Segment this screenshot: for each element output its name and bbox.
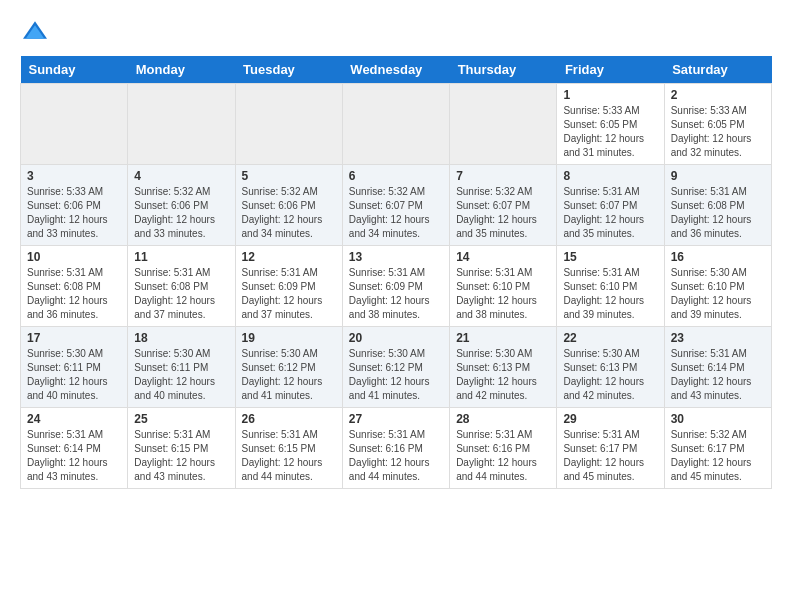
calendar-cell: 7Sunrise: 5:32 AM Sunset: 6:07 PM Daylig…	[450, 165, 557, 246]
day-number: 13	[349, 250, 443, 264]
calendar-cell: 26Sunrise: 5:31 AM Sunset: 6:15 PM Dayli…	[235, 408, 342, 489]
day-number: 20	[349, 331, 443, 345]
day-number: 11	[134, 250, 228, 264]
day-info: Sunrise: 5:33 AM Sunset: 6:05 PM Dayligh…	[563, 104, 657, 160]
day-number: 8	[563, 169, 657, 183]
day-number: 19	[242, 331, 336, 345]
day-number: 14	[456, 250, 550, 264]
day-info: Sunrise: 5:30 AM Sunset: 6:13 PM Dayligh…	[563, 347, 657, 403]
logo	[20, 20, 54, 40]
day-info: Sunrise: 5:31 AM Sunset: 6:15 PM Dayligh…	[134, 428, 228, 484]
header-day: Tuesday	[235, 56, 342, 84]
calendar-cell: 16Sunrise: 5:30 AM Sunset: 6:10 PM Dayli…	[664, 246, 771, 327]
calendar-cell: 17Sunrise: 5:30 AM Sunset: 6:11 PM Dayli…	[21, 327, 128, 408]
day-number: 26	[242, 412, 336, 426]
day-info: Sunrise: 5:32 AM Sunset: 6:06 PM Dayligh…	[242, 185, 336, 241]
calendar-week-row: 10Sunrise: 5:31 AM Sunset: 6:08 PM Dayli…	[21, 246, 772, 327]
day-info: Sunrise: 5:30 AM Sunset: 6:10 PM Dayligh…	[671, 266, 765, 322]
day-info: Sunrise: 5:32 AM Sunset: 6:06 PM Dayligh…	[134, 185, 228, 241]
day-number: 1	[563, 88, 657, 102]
calendar-cell: 29Sunrise: 5:31 AM Sunset: 6:17 PM Dayli…	[557, 408, 664, 489]
calendar-week-row: 1Sunrise: 5:33 AM Sunset: 6:05 PM Daylig…	[21, 84, 772, 165]
calendar-cell: 1Sunrise: 5:33 AM Sunset: 6:05 PM Daylig…	[557, 84, 664, 165]
calendar-cell: 14Sunrise: 5:31 AM Sunset: 6:10 PM Dayli…	[450, 246, 557, 327]
day-info: Sunrise: 5:31 AM Sunset: 6:08 PM Dayligh…	[27, 266, 121, 322]
day-info: Sunrise: 5:31 AM Sunset: 6:07 PM Dayligh…	[563, 185, 657, 241]
calendar-cell: 30Sunrise: 5:32 AM Sunset: 6:17 PM Dayli…	[664, 408, 771, 489]
calendar-week-row: 24Sunrise: 5:31 AM Sunset: 6:14 PM Dayli…	[21, 408, 772, 489]
day-info: Sunrise: 5:31 AM Sunset: 6:08 PM Dayligh…	[671, 185, 765, 241]
day-info: Sunrise: 5:31 AM Sunset: 6:09 PM Dayligh…	[349, 266, 443, 322]
day-number: 10	[27, 250, 121, 264]
day-number: 3	[27, 169, 121, 183]
day-info: Sunrise: 5:31 AM Sunset: 6:10 PM Dayligh…	[563, 266, 657, 322]
calendar-cell: 2Sunrise: 5:33 AM Sunset: 6:05 PM Daylig…	[664, 84, 771, 165]
day-info: Sunrise: 5:32 AM Sunset: 6:07 PM Dayligh…	[456, 185, 550, 241]
logo-icon	[20, 20, 50, 40]
day-number: 2	[671, 88, 765, 102]
header-day: Friday	[557, 56, 664, 84]
day-info: Sunrise: 5:31 AM Sunset: 6:14 PM Dayligh…	[671, 347, 765, 403]
calendar-cell: 24Sunrise: 5:31 AM Sunset: 6:14 PM Dayli…	[21, 408, 128, 489]
day-info: Sunrise: 5:31 AM Sunset: 6:14 PM Dayligh…	[27, 428, 121, 484]
calendar-cell: 8Sunrise: 5:31 AM Sunset: 6:07 PM Daylig…	[557, 165, 664, 246]
day-info: Sunrise: 5:31 AM Sunset: 6:16 PM Dayligh…	[349, 428, 443, 484]
calendar-cell: 15Sunrise: 5:31 AM Sunset: 6:10 PM Dayli…	[557, 246, 664, 327]
calendar-cell: 22Sunrise: 5:30 AM Sunset: 6:13 PM Dayli…	[557, 327, 664, 408]
calendar-cell: 20Sunrise: 5:30 AM Sunset: 6:12 PM Dayli…	[342, 327, 449, 408]
calendar-table: SundayMondayTuesdayWednesdayThursdayFrid…	[20, 56, 772, 489]
day-info: Sunrise: 5:30 AM Sunset: 6:12 PM Dayligh…	[349, 347, 443, 403]
header-day: Thursday	[450, 56, 557, 84]
day-number: 22	[563, 331, 657, 345]
header-day: Wednesday	[342, 56, 449, 84]
day-info: Sunrise: 5:32 AM Sunset: 6:17 PM Dayligh…	[671, 428, 765, 484]
calendar-cell: 21Sunrise: 5:30 AM Sunset: 6:13 PM Dayli…	[450, 327, 557, 408]
calendar-cell: 19Sunrise: 5:30 AM Sunset: 6:12 PM Dayli…	[235, 327, 342, 408]
page-header	[20, 20, 772, 40]
day-number: 6	[349, 169, 443, 183]
day-number: 21	[456, 331, 550, 345]
day-number: 17	[27, 331, 121, 345]
calendar-cell: 12Sunrise: 5:31 AM Sunset: 6:09 PM Dayli…	[235, 246, 342, 327]
day-number: 30	[671, 412, 765, 426]
day-number: 18	[134, 331, 228, 345]
day-info: Sunrise: 5:30 AM Sunset: 6:11 PM Dayligh…	[27, 347, 121, 403]
calendar-cell: 9Sunrise: 5:31 AM Sunset: 6:08 PM Daylig…	[664, 165, 771, 246]
day-number: 15	[563, 250, 657, 264]
header-day: Saturday	[664, 56, 771, 84]
calendar-cell: 23Sunrise: 5:31 AM Sunset: 6:14 PM Dayli…	[664, 327, 771, 408]
day-info: Sunrise: 5:31 AM Sunset: 6:08 PM Dayligh…	[134, 266, 228, 322]
day-number: 12	[242, 250, 336, 264]
day-number: 7	[456, 169, 550, 183]
day-info: Sunrise: 5:33 AM Sunset: 6:05 PM Dayligh…	[671, 104, 765, 160]
calendar-cell: 18Sunrise: 5:30 AM Sunset: 6:11 PM Dayli…	[128, 327, 235, 408]
calendar-cell: 3Sunrise: 5:33 AM Sunset: 6:06 PM Daylig…	[21, 165, 128, 246]
day-info: Sunrise: 5:30 AM Sunset: 6:13 PM Dayligh…	[456, 347, 550, 403]
calendar-cell: 27Sunrise: 5:31 AM Sunset: 6:16 PM Dayli…	[342, 408, 449, 489]
day-number: 23	[671, 331, 765, 345]
calendar-cell: 10Sunrise: 5:31 AM Sunset: 6:08 PM Dayli…	[21, 246, 128, 327]
calendar-cell: 28Sunrise: 5:31 AM Sunset: 6:16 PM Dayli…	[450, 408, 557, 489]
day-number: 27	[349, 412, 443, 426]
header-day: Monday	[128, 56, 235, 84]
day-info: Sunrise: 5:31 AM Sunset: 6:10 PM Dayligh…	[456, 266, 550, 322]
calendar-week-row: 17Sunrise: 5:30 AM Sunset: 6:11 PM Dayli…	[21, 327, 772, 408]
calendar-cell: 25Sunrise: 5:31 AM Sunset: 6:15 PM Dayli…	[128, 408, 235, 489]
calendar-cell	[128, 84, 235, 165]
day-info: Sunrise: 5:31 AM Sunset: 6:16 PM Dayligh…	[456, 428, 550, 484]
day-info: Sunrise: 5:31 AM Sunset: 6:09 PM Dayligh…	[242, 266, 336, 322]
day-number: 4	[134, 169, 228, 183]
calendar-cell: 13Sunrise: 5:31 AM Sunset: 6:09 PM Dayli…	[342, 246, 449, 327]
day-info: Sunrise: 5:32 AM Sunset: 6:07 PM Dayligh…	[349, 185, 443, 241]
calendar-cell	[342, 84, 449, 165]
day-number: 28	[456, 412, 550, 426]
day-number: 29	[563, 412, 657, 426]
calendar-cell	[235, 84, 342, 165]
day-number: 9	[671, 169, 765, 183]
day-info: Sunrise: 5:30 AM Sunset: 6:11 PM Dayligh…	[134, 347, 228, 403]
calendar-cell: 11Sunrise: 5:31 AM Sunset: 6:08 PM Dayli…	[128, 246, 235, 327]
calendar-week-row: 3Sunrise: 5:33 AM Sunset: 6:06 PM Daylig…	[21, 165, 772, 246]
header-day: Sunday	[21, 56, 128, 84]
header-row: SundayMondayTuesdayWednesdayThursdayFrid…	[21, 56, 772, 84]
day-info: Sunrise: 5:31 AM Sunset: 6:17 PM Dayligh…	[563, 428, 657, 484]
